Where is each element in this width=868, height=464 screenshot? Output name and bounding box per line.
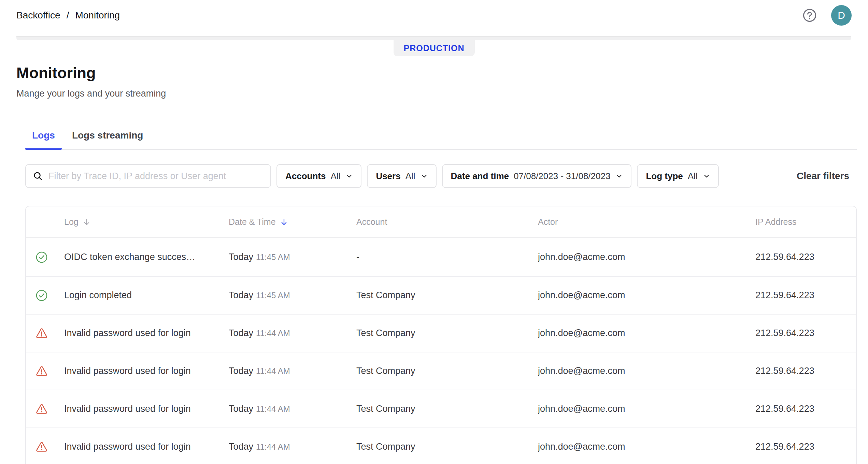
date-time-cell: Today11:45 AM	[229, 290, 356, 301]
users-filter-dropdown[interactable]: Users All	[367, 164, 436, 188]
clear-filters-button[interactable]: Clear filters	[797, 171, 849, 182]
column-header-account-label: Account	[356, 217, 387, 227]
chevron-down-icon	[616, 173, 623, 179]
status-icon	[35, 403, 48, 415]
breadcrumb-monitoring[interactable]: Monitoring	[75, 10, 120, 21]
actor-cell: john.doe@acme.com	[538, 441, 755, 452]
account-cell: Test Company	[356, 290, 538, 301]
table-row[interactable]: Invalid password used for login Today11:…	[26, 352, 856, 390]
date-time-cell: Today11:44 AM	[229, 366, 356, 376]
table-row[interactable]: OIDC token exchange succes… Today11:45 A…	[26, 238, 856, 276]
accounts-filter-dropdown[interactable]: Accounts All	[276, 164, 361, 188]
tab-bar: Logs Logs streaming	[25, 120, 857, 150]
date-time-cell: Today11:45 AM	[229, 252, 356, 262]
account-cell: -	[356, 252, 538, 262]
actor-cell: john.doe@acme.com	[538, 252, 755, 262]
top-bar-actions: D	[802, 5, 852, 26]
environment-bar	[16, 36, 851, 40]
actor-cell: john.doe@acme.com	[538, 290, 755, 301]
log-cell: Invalid password used for login	[64, 328, 229, 338]
users-filter-label: Users	[376, 171, 400, 182]
ip-cell: 212.59.64.223	[755, 328, 856, 338]
table-header-row: Log Date & Time Account Actor IP Address	[26, 206, 856, 238]
accounts-filter-label: Accounts	[285, 171, 326, 182]
column-header-log[interactable]: Log	[64, 217, 229, 227]
success-icon	[35, 251, 48, 263]
log-type-filter-label: Log type	[646, 171, 683, 182]
log-type-filter-dropdown[interactable]: Log type All	[637, 164, 718, 188]
account-cell: Test Company	[356, 328, 538, 338]
status-icon	[35, 251, 48, 263]
column-header-account[interactable]: Account	[356, 217, 538, 227]
avatar-initial: D	[838, 10, 845, 21]
accounts-filter-value: All	[330, 171, 340, 182]
sort-arrow-down-active-icon[interactable]	[280, 218, 288, 226]
column-header-ip-label: IP Address	[755, 217, 796, 227]
warning-icon	[35, 441, 48, 453]
filter-bar: Accounts All Users All Date and time 07/…	[25, 164, 857, 188]
success-icon	[35, 289, 48, 302]
warning-icon	[35, 403, 48, 415]
help-icon[interactable]	[802, 8, 817, 23]
ip-cell: 212.59.64.223	[755, 290, 856, 301]
avatar[interactable]: D	[831, 5, 852, 26]
environment-badge: PRODUCTION	[393, 40, 474, 56]
page-header: Monitoring Mange your logs and your stre…	[0, 63, 868, 99]
table-row[interactable]: Login completed Today11:45 AM Test Compa…	[26, 276, 856, 314]
log-cell: Login completed	[64, 290, 229, 301]
date-time-filter-value: 07/08/2023 - 31/08/2023	[514, 171, 610, 182]
actor-cell: john.doe@acme.com	[538, 366, 755, 376]
warning-icon	[35, 365, 48, 377]
actor-cell: john.doe@acme.com	[538, 328, 755, 338]
environment-strip: PRODUCTION	[0, 36, 868, 56]
status-icon	[35, 327, 48, 339]
column-header-date-time[interactable]: Date & Time	[229, 217, 356, 227]
table-row[interactable]: Invalid password used for login Today11:…	[26, 390, 856, 427]
breadcrumb-backoffice[interactable]: Backoffice	[16, 10, 60, 21]
breadcrumb-separator: /	[67, 10, 69, 21]
chevron-down-icon	[703, 173, 710, 179]
breadcrumb: Backoffice / Monitoring	[16, 10, 120, 21]
actor-cell: john.doe@acme.com	[538, 404, 755, 414]
ip-cell: 212.59.64.223	[755, 404, 856, 414]
ip-cell: 212.59.64.223	[755, 252, 856, 262]
ip-cell: 212.59.64.223	[755, 441, 856, 452]
tab-logs[interactable]: Logs	[25, 120, 62, 149]
logs-table: Log Date & Time Account Actor IP Address	[25, 206, 857, 464]
table-row[interactable]: Invalid password used for login Today11:…	[26, 314, 856, 352]
tab-logs-streaming[interactable]: Logs streaming	[65, 120, 150, 149]
log-cell: Invalid password used for login	[64, 366, 229, 376]
account-cell: Test Company	[356, 366, 538, 376]
search-box[interactable]	[25, 164, 271, 188]
warning-icon	[35, 327, 48, 339]
main-content: Logs Logs streaming Accounts All Users A…	[25, 120, 857, 464]
status-icon	[35, 289, 48, 302]
chevron-down-icon	[421, 173, 428, 179]
column-header-date-time-label: Date & Time	[229, 217, 276, 227]
column-header-actor[interactable]: Actor	[538, 217, 755, 227]
search-icon	[33, 171, 43, 181]
column-header-ip[interactable]: IP Address	[755, 217, 856, 227]
log-cell: OIDC token exchange succes…	[64, 252, 229, 262]
account-cell: Test Company	[356, 404, 538, 414]
chevron-down-icon	[346, 173, 353, 179]
top-bar: Backoffice / Monitoring D	[0, 0, 868, 31]
date-time-filter-dropdown[interactable]: Date and time 07/08/2023 - 31/08/2023	[442, 164, 632, 188]
status-icon	[35, 441, 48, 453]
column-header-actor-label: Actor	[538, 217, 558, 227]
log-type-filter-value: All	[688, 171, 698, 182]
sort-arrow-down-icon[interactable]	[83, 218, 91, 226]
date-time-filter-label: Date and time	[451, 171, 509, 182]
date-time-cell: Today11:44 AM	[229, 404, 356, 414]
users-filter-value: All	[405, 171, 415, 182]
page-title: Monitoring	[16, 63, 852, 83]
table-row[interactable]: Invalid password used for login Today11:…	[26, 427, 856, 464]
tab-logs-streaming-label: Logs streaming	[72, 130, 143, 141]
log-cell: Invalid password used for login	[64, 404, 229, 414]
account-cell: Test Company	[356, 441, 538, 452]
search-input[interactable]	[48, 171, 264, 182]
date-time-cell: Today11:44 AM	[229, 441, 356, 452]
page-subtitle: Mange your logs and your streaming	[16, 88, 852, 99]
tab-logs-label: Logs	[32, 130, 55, 141]
date-time-cell: Today11:44 AM	[229, 328, 356, 338]
